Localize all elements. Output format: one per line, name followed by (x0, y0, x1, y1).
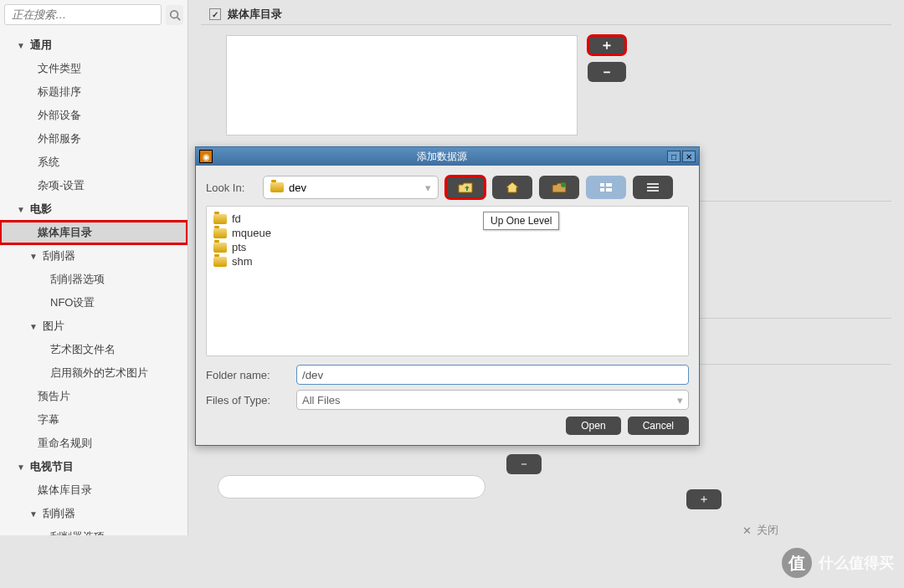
folder-name-input[interactable] (296, 365, 689, 385)
section-movie-label: 电影 (30, 202, 52, 217)
page-title: 媒体库目录 (228, 7, 282, 22)
tooltip: Up One Level (483, 212, 559, 230)
tree-item[interactable]: 字幕 (0, 408, 187, 432)
svg-line-1 (177, 17, 180, 20)
details-view-button[interactable] (633, 176, 673, 199)
tree-item[interactable]: 标题排序 (0, 80, 187, 104)
folder-icon (213, 228, 227, 238)
open-button[interactable]: Open (566, 417, 620, 435)
dialog-titlebar[interactable]: ◉ 添加数据源 □ ✕ (196, 147, 699, 166)
extra-input[interactable] (218, 475, 485, 499)
lookin-value: dev (289, 182, 306, 194)
tree-item[interactable]: 预告片 (0, 385, 187, 408)
up-one-level-button[interactable] (445, 176, 485, 199)
footer-close-button[interactable]: ✕关闭 (742, 523, 778, 538)
tree-item[interactable]: 刮削器选项 (0, 525, 187, 535)
home-button[interactable] (492, 176, 532, 199)
folder-entry[interactable]: pts (212, 240, 683, 254)
folder-entry[interactable]: shm (212, 254, 683, 268)
svg-rect-3 (600, 183, 604, 187)
sidebar: ▼通用 文件类型 标题排序 外部设备 外部服务 系统 杂项-设置 ▼电影 媒体库… (0, 0, 188, 535)
tree-item[interactable]: 媒体库目录 (0, 478, 187, 502)
folder-icon (213, 257, 227, 267)
label: 刮削器 (43, 248, 75, 263)
svg-rect-5 (606, 183, 612, 187)
cancel-button[interactable]: Cancel (628, 417, 689, 435)
folder-entry[interactable]: mqueue (212, 226, 683, 240)
tree-subsect-tv-scraper[interactable]: ▼刮削器 (0, 502, 187, 525)
tree-subsect-scraper[interactable]: ▼刮削器 (0, 244, 187, 268)
search-icon[interactable] (166, 5, 183, 25)
tree-item[interactable]: 文件类型 (0, 57, 187, 80)
dialog-title: 添加数据源 (218, 150, 665, 164)
search-input[interactable] (4, 4, 162, 25)
svg-point-2 (561, 182, 566, 187)
folder-icon (213, 214, 227, 224)
section-tv[interactable]: ▼电视节目 (0, 455, 187, 478)
label: 刮削器 (43, 506, 75, 521)
folder-name-label: Folder name: (206, 369, 290, 381)
svg-rect-8 (647, 187, 659, 188)
tree-item-media-library-dir[interactable]: 媒体库目录 (0, 221, 187, 244)
tree-item[interactable]: 启用额外的艺术图片 (0, 361, 187, 385)
tree-item[interactable]: 系统 (0, 151, 187, 174)
svg-rect-4 (600, 188, 604, 192)
file-type-value: All Files (302, 394, 341, 406)
add-extra-button[interactable]: ＋ (686, 489, 722, 509)
tree-item[interactable]: 重命名规则 (0, 432, 187, 455)
folder-entry[interactable]: fd (212, 212, 683, 226)
add-dir-button[interactable]: ＋ (588, 35, 626, 55)
folder-icon (213, 243, 227, 253)
remove-extra-button[interactable]: － (506, 454, 542, 474)
maximize-icon[interactable]: □ (667, 151, 681, 162)
watermark-icon: 值 (782, 548, 812, 578)
section-general-label: 通用 (30, 38, 52, 53)
tree-item[interactable]: NFO设置 (0, 291, 187, 314)
remove-dir-button[interactable]: － (588, 62, 626, 82)
section-general[interactable]: ▼通用 (0, 33, 187, 57)
tree-item[interactable]: 刮削器选项 (0, 268, 187, 291)
list-view-button[interactable] (586, 176, 626, 199)
label: 图片 (43, 319, 64, 334)
watermark-text: 什么值得买 (819, 553, 894, 573)
folder-icon (270, 182, 284, 192)
tree-subsect-image[interactable]: ▼图片 (0, 314, 187, 338)
lookin-label: Look In: (206, 182, 256, 194)
chevron-down-icon: ▾ (425, 182, 431, 194)
app-icon: ◉ (199, 150, 213, 163)
tree-item[interactable]: 外部服务 (0, 127, 187, 151)
watermark: 值 什么值得买 (782, 548, 894, 578)
file-browser[interactable]: fd mqueue pts shm Up One Level (206, 206, 689, 356)
svg-rect-9 (647, 190, 659, 192)
svg-rect-7 (647, 183, 659, 185)
svg-rect-6 (606, 188, 612, 192)
checkbox-icon[interactable]: ✓ (209, 8, 221, 20)
tree-item[interactable]: 外部设备 (0, 104, 187, 127)
media-dir-list[interactable] (226, 35, 578, 135)
tree-item[interactable]: 艺术图文件名 (0, 338, 187, 361)
chevron-down-icon: ▾ (677, 394, 683, 406)
settings-tree: ▼通用 文件类型 标题排序 外部设备 外部服务 系统 杂项-设置 ▼电影 媒体库… (0, 29, 187, 535)
file-type-select[interactable]: All Files ▾ (296, 390, 689, 410)
section-tv-label: 电视节目 (30, 459, 74, 474)
file-type-label: Files of Type: (206, 394, 290, 406)
new-folder-button[interactable] (539, 176, 579, 199)
svg-point-0 (170, 10, 177, 18)
add-datasource-dialog: ◉ 添加数据源 □ ✕ Look In: dev ▾ (195, 146, 700, 446)
section-movie[interactable]: ▼电影 (0, 197, 187, 221)
close-icon[interactable]: ✕ (682, 151, 696, 162)
tree-item[interactable]: 杂项-设置 (0, 174, 187, 197)
lookin-select[interactable]: dev ▾ (263, 176, 439, 199)
